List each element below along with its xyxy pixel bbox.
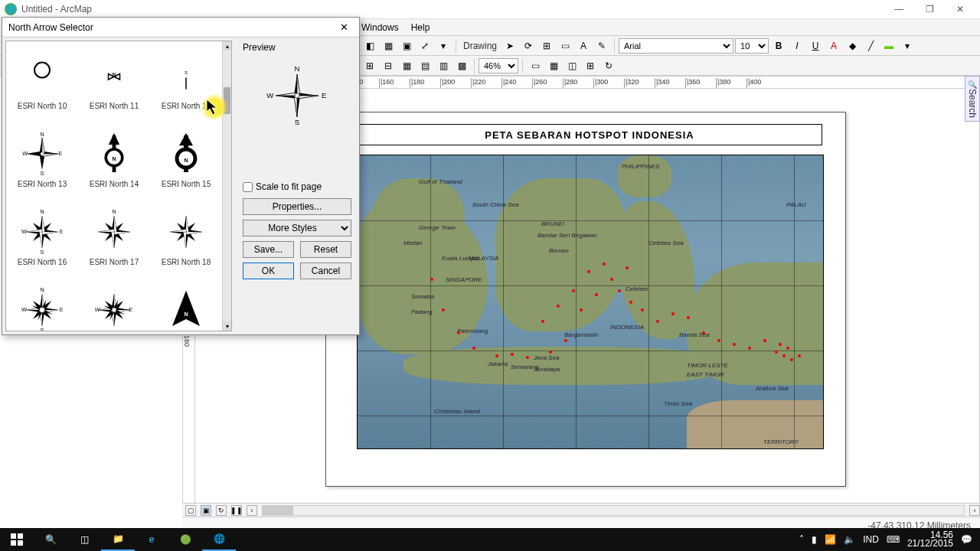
dialog-close-button[interactable]: ✕ [335, 20, 353, 35]
maximize-button[interactable]: ❐ [914, 1, 945, 18]
map-place-label: TERRITORY [763, 439, 799, 445]
ok-button[interactable]: OK [243, 262, 294, 279]
volume-icon[interactable]: 🔈 [844, 534, 855, 545]
system-tray[interactable]: ˄ ▮ 📶 🔈 IND ⌨ 14.56 21/12/2015 💬 [799, 531, 980, 548]
italic-button[interactable]: I [789, 37, 805, 54]
fill-color-icon[interactable]: ◆ [844, 37, 861, 54]
snap-icon[interactable]: ⊟ [380, 57, 397, 74]
north-arrow-label: ESRI North 10 [18, 102, 67, 110]
edit-tool-icon[interactable]: ✎ [593, 37, 610, 54]
edge-icon[interactable]: e [135, 528, 168, 551]
refresh-icon[interactable]: ↻ [600, 57, 617, 74]
map-place-label: BRUNEI [541, 220, 564, 227]
refresh-view-button[interactable]: ↻ [216, 505, 227, 516]
hotspot-point [557, 305, 560, 308]
layout-icon[interactable]: ◫ [564, 57, 580, 74]
reset-button[interactable]: Reset [300, 241, 351, 258]
hotspot-point [775, 350, 778, 354]
search-panel-tab[interactable]: 🔍 Search [965, 76, 980, 122]
wifi-icon[interactable]: 📶 [825, 534, 836, 545]
text-tool-icon[interactable]: A [575, 37, 592, 54]
svg-text:S: S [295, 118, 299, 126]
underline-button[interactable]: U [807, 37, 824, 54]
pointer-tool-icon[interactable]: ➤ [501, 37, 518, 54]
language-indicator[interactable]: IND [863, 534, 879, 545]
grid-icon[interactable]: ▥ [435, 57, 452, 74]
hotspot-point [587, 270, 590, 273]
marker-color-icon[interactable]: ▬ [880, 37, 897, 54]
minimize-button[interactable]: — [884, 1, 914, 18]
font-select[interactable]: Arial [619, 38, 733, 54]
tray-up-icon[interactable]: ˄ [799, 534, 804, 545]
save-button[interactable]: Save... [243, 241, 294, 258]
clock[interactable]: 14.56 21/12/2015 [907, 531, 953, 548]
scroll-up-button[interactable]: ▴ [223, 41, 231, 51]
svg-marker-76 [172, 290, 200, 325]
menu-windows[interactable]: Windows [355, 21, 405, 34]
font-color-icon[interactable]: A [825, 37, 842, 54]
next-button[interactable]: › [969, 505, 980, 516]
north-arrow-option[interactable]: NSWEESRI North 13 [6, 119, 78, 197]
tool-icon[interactable]: ▦ [380, 37, 397, 54]
north-arrow-option[interactable]: SESRI North 12 [150, 41, 222, 119]
search-button[interactable]: 🔍 [34, 528, 67, 551]
line-color-icon[interactable]: ╱ [862, 37, 879, 54]
north-arrow-option[interactable]: NESRI North 21 [150, 276, 222, 331]
more-styles-dropdown[interactable]: More Styles [243, 220, 351, 236]
scale-to-fit-checkbox[interactable] [243, 182, 253, 192]
map-frame[interactable]: PHILIPPINESBRUNEIMALAYSIASINGAPOREINDONE… [357, 155, 824, 449]
north-arrow-option[interactable]: NESRI North 17 [78, 197, 150, 276]
menu-help[interactable]: Help [405, 21, 436, 34]
close-button[interactable]: ✕ [945, 1, 975, 18]
start-button[interactable] [0, 528, 34, 551]
north-arrow-option[interactable]: NSWEESRI North 16 [6, 197, 78, 276]
pause-draw-button[interactable]: ❚❚ [231, 505, 242, 516]
data-view-button[interactable]: ▢ [185, 505, 196, 516]
prev-button[interactable]: ‹ [247, 505, 257, 516]
horizontal-scrollbar[interactable] [262, 505, 965, 516]
hotspot-point [564, 339, 567, 342]
layout-icon[interactable]: ⊞ [582, 57, 599, 74]
north-arrow-option[interactable]: NESRI North 11 [78, 41, 150, 119]
chrome-icon[interactable]: 🟢 [168, 528, 202, 551]
north-arrow-option[interactable]: ESRI North 18 [150, 197, 222, 276]
dialog-titlebar[interactable]: North Arrow Selector ✕ [2, 18, 359, 37]
rotate-tool-icon[interactable]: ⟳ [520, 37, 537, 54]
rect-tool-icon[interactable]: ▭ [557, 37, 573, 54]
tool-icon[interactable]: ⤢ [416, 37, 433, 54]
layout-view-button[interactable]: ▣ [201, 505, 211, 516]
scroll-down-button[interactable]: ▾ [223, 321, 231, 331]
ruler-tick: |380 [716, 78, 746, 89]
svg-marker-27 [42, 216, 45, 232]
grid-icon[interactable]: ▤ [416, 57, 433, 74]
tool-icon[interactable]: ▣ [398, 37, 415, 54]
bold-button[interactable]: B [770, 37, 787, 54]
notifications-icon[interactable]: 💬 [961, 534, 972, 545]
gallery-scrollbar[interactable]: ▴ ▾ [222, 41, 231, 331]
north-arrow-option[interactable]: ESRI North 10 [6, 41, 78, 119]
font-size-select[interactable]: 10 [735, 38, 769, 54]
north-arrow-option[interactable]: WEESRI North 20 [78, 276, 150, 331]
zoom-select[interactable]: 46% [479, 58, 518, 73]
file-explorer-icon[interactable]: 📁 [101, 528, 135, 551]
svg-marker-45 [186, 232, 202, 235]
snap-icon[interactable]: ⊞ [361, 57, 378, 74]
north-arrow-option[interactable]: NESRI North 14 [78, 119, 150, 197]
grid-icon[interactable]: ▩ [453, 57, 470, 74]
layout-icon[interactable]: ▦ [545, 57, 562, 74]
zoom-tool-icon[interactable]: ⊞ [538, 37, 555, 54]
layout-icon[interactable]: ▭ [527, 57, 544, 74]
keyboard-icon[interactable]: ⌨ [887, 534, 900, 545]
north-arrow-option[interactable]: NESRI North 15 [150, 119, 222, 197]
cancel-button[interactable]: Cancel [300, 262, 351, 279]
properties-button[interactable]: Properties... [243, 198, 351, 215]
more-icon[interactable]: ▾ [899, 37, 916, 54]
tool-icon[interactable]: ◧ [361, 37, 378, 54]
grid-icon[interactable]: ▦ [398, 57, 415, 74]
north-arrow-option[interactable]: NSWEESRI North 19 [6, 276, 78, 331]
task-view-button[interactable]: ◫ [67, 528, 101, 551]
scroll-thumb[interactable] [224, 87, 230, 114]
arcmap-icon[interactable]: 🌐 [202, 528, 236, 551]
battery-icon[interactable]: ▮ [812, 534, 817, 545]
tool-icon[interactable]: ▾ [435, 37, 452, 54]
